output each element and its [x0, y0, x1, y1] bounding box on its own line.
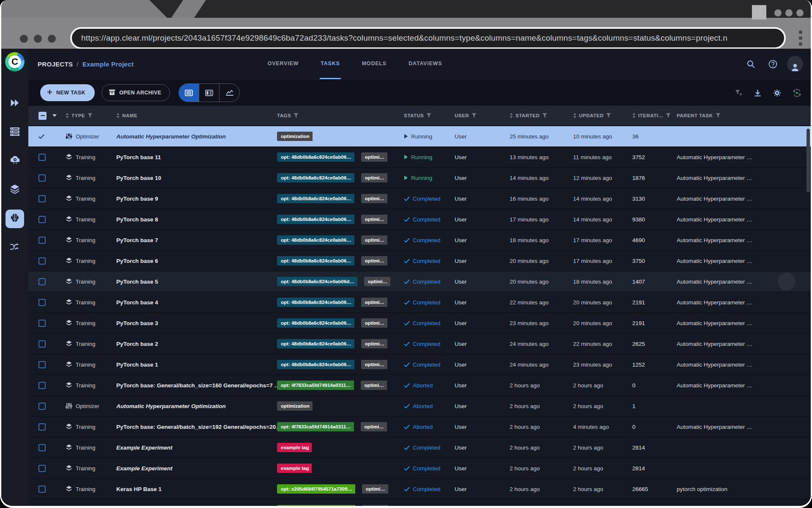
tab-tasks[interactable]: TASKS: [320, 49, 340, 79]
tag-chip[interactable]: example tag: [277, 443, 312, 452]
row-checkbox[interactable]: [38, 237, 46, 244]
tag-chip[interactable]: optimi…: [362, 505, 388, 506]
row-checkbox[interactable]: [38, 278, 46, 285]
address-bar[interactable]: https://app.clear.ml/projects/2043a1657f…: [70, 27, 786, 49]
browser-tab[interactable]: [1, 0, 167, 18]
auto-refresh-icon[interactable]: [793, 88, 801, 97]
row-checkbox[interactable]: [38, 444, 46, 451]
window-control-square[interactable]: [752, 5, 766, 19]
sort-icon[interactable]: [66, 113, 69, 118]
column-header-name[interactable]: NAME: [116, 113, 277, 118]
tag-chip[interactable]: opt: e205d684f7954571a7309…: [277, 505, 355, 506]
table-row[interactable]: TrainingPyTorch base 8opt: 48db0b8a6c824…: [28, 209, 811, 230]
table-row[interactable]: TrainingPyTorch base 1opt: 48db0b8a6c824…: [28, 354, 811, 375]
row-checkbox[interactable]: [38, 257, 46, 265]
help-icon[interactable]: [765, 56, 780, 72]
sidebar-item-workers[interactable]: [5, 123, 24, 142]
tag-chip[interactable]: opt: 48db0b8a6c824ce0ab06…: [277, 360, 354, 369]
table-row[interactable]: TrainingPyTorch base 5opt: 48db0b8a6c824…: [28, 271, 811, 292]
column-header-user[interactable]: USER: [455, 113, 510, 118]
traffic-light-dots[interactable]: [20, 35, 56, 43]
filter-icon[interactable]: [666, 113, 671, 118]
table-row[interactable]: TrainingKeras HP Base 1opt: e205d684f795…: [28, 479, 811, 500]
row-checkbox[interactable]: [38, 465, 46, 472]
row-checkbox[interactable]: [38, 340, 46, 348]
column-header-parent[interactable]: PARENT TASK: [677, 113, 811, 118]
table-row[interactable]: TrainingPyTorch base 4opt: 48db0b8a6c824…: [28, 292, 811, 313]
table-row[interactable]: TrainingPyTorch base 10opt: 48db0b8a6c82…: [28, 168, 811, 188]
tag-chip[interactable]: opt: 48db0b8a6c824ce0ab06…: [277, 194, 354, 203]
tag-chip[interactable]: optimi…: [361, 422, 387, 431]
column-header-iterations[interactable]: ITERATI…: [632, 113, 677, 118]
tab-models[interactable]: MODELS: [361, 49, 387, 79]
split-view-button[interactable]: [199, 84, 219, 102]
tag-chip[interactable]: optimi…: [361, 360, 387, 369]
scrollbar-thumb[interactable]: [807, 129, 810, 192]
filter-icon[interactable]: [294, 113, 299, 118]
task-name[interactable]: PyTorch base 5: [116, 279, 277, 285]
table-row[interactable]: OptimizerAutomatic Hyperparameter Optimi…: [28, 396, 811, 417]
table-view-button[interactable]: [179, 84, 199, 102]
sidebar-item-projects[interactable]: [5, 210, 24, 228]
table-row[interactable]: TrainingPyTorch base 6opt: 48db0b8a6c824…: [28, 251, 811, 271]
tag-chip[interactable]: opt: 4f7833ca5fd74914a0311…: [277, 381, 354, 390]
sort-icon[interactable]: [510, 113, 513, 118]
task-name[interactable]: PyTorch base: General/batch_size=160 Gen…: [116, 382, 277, 389]
select-all-checkbox[interactable]: [38, 112, 47, 120]
tag-chip[interactable]: optimization: [277, 132, 313, 141]
compare-view-button[interactable]: [219, 84, 239, 102]
task-name[interactable]: PyTorch base 7: [116, 237, 277, 243]
tag-chip[interactable]: opt: e205d684f7954571a7309…: [277, 484, 355, 494]
clearml-logo[interactable]: C: [5, 52, 25, 72]
table-row[interactable]: TrainingPyTorch base: General/batch_size…: [28, 375, 811, 396]
tag-chip[interactable]: optimi…: [364, 277, 390, 286]
row-checkbox[interactable]: [38, 486, 46, 493]
tag-chip[interactable]: optimi…: [361, 318, 387, 328]
clear-filters-icon[interactable]: [735, 90, 742, 96]
column-header-type[interactable]: TYPE: [66, 113, 116, 118]
task-name[interactable]: PyTorch base 2: [116, 341, 277, 347]
row-checkbox[interactable]: [38, 216, 46, 223]
row-checkbox[interactable]: [38, 403, 46, 410]
tag-chip[interactable]: opt: 48db0b8a6c824ce0ab06…: [277, 152, 354, 162]
row-checkbox[interactable]: [38, 299, 46, 306]
filter-icon[interactable]: [426, 113, 431, 118]
tag-chip[interactable]: optimi…: [361, 298, 387, 307]
tag-chip[interactable]: example tag: [277, 464, 312, 473]
column-header-status[interactable]: STATUS: [404, 113, 455, 118]
row-checkbox[interactable]: [38, 423, 46, 431]
tag-chip[interactable]: optimi…: [362, 484, 388, 494]
filter-icon[interactable]: [606, 113, 611, 118]
tag-chip[interactable]: opt: 48db0b8a6c824ce0ab06…: [277, 215, 354, 224]
filter-icon[interactable]: [88, 113, 93, 118]
new-task-button[interactable]: NEW TASK: [40, 84, 95, 101]
row-checkbox[interactable]: [38, 195, 46, 202]
column-header-updated[interactable]: UPDATED: [573, 113, 632, 118]
column-header-started[interactable]: STARTED: [510, 113, 573, 118]
row-checkbox[interactable]: [38, 154, 46, 161]
table-row[interactable]: TrainingPyTorch base 11opt: 48db0b8a6c82…: [28, 147, 811, 168]
chevron-down-icon[interactable]: [52, 114, 57, 117]
tag-chip[interactable]: opt: 48db0b8a6c824ce0ab06…: [277, 235, 354, 245]
tag-chip[interactable]: optimi…: [361, 152, 387, 162]
table-row[interactable]: TrainingExample Experimentexample tagCom…: [28, 437, 811, 458]
tag-chip[interactable]: opt: 48db0b8a6c824ce0ab06…: [277, 318, 354, 328]
task-name[interactable]: PyTorch base 4: [116, 299, 277, 306]
download-icon[interactable]: [754, 89, 762, 97]
task-name[interactable]: Example Experiment: [116, 465, 277, 472]
tag-chip[interactable]: optimi…: [361, 339, 387, 348]
tag-chip[interactable]: optimi…: [361, 381, 387, 390]
tag-chip[interactable]: opt: 48db0b8a6c824ce0ab06d…: [277, 277, 357, 286]
sidebar-item-pipelines[interactable]: [5, 238, 24, 257]
table-row[interactable]: TrainingPyTorch base 3opt: 48db0b8a6c824…: [28, 313, 811, 334]
tag-chip[interactable]: optimi…: [361, 256, 387, 265]
tag-chip[interactable]: optimi…: [361, 235, 387, 245]
task-name[interactable]: PyTorch base 1: [116, 362, 277, 368]
task-name[interactable]: PyTorch base 10: [116, 175, 277, 181]
tag-chip[interactable]: optimi…: [361, 194, 387, 203]
tag-chip[interactable]: opt: 48db0b8a6c824ce0ab06…: [277, 256, 354, 265]
task-name[interactable]: PyTorch base 3: [116, 320, 277, 326]
table-row[interactable]: TrainingKeras HP Base 2opt: e205d684f795…: [28, 500, 811, 506]
table-row[interactable]: TrainingPyTorch base 9opt: 48db0b8a6c824…: [28, 188, 811, 209]
task-name[interactable]: PyTorch base 6: [116, 258, 277, 264]
